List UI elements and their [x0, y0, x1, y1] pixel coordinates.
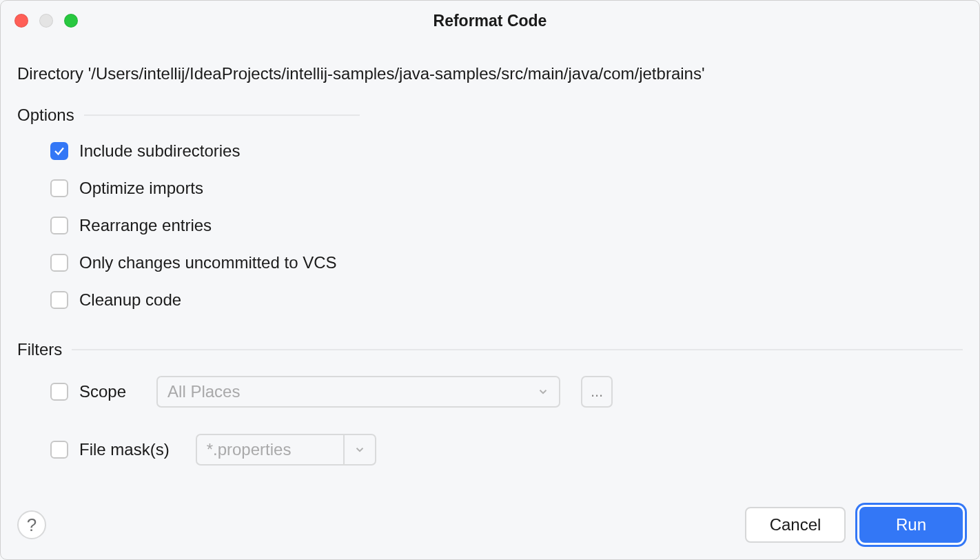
option-include-subdirectories[interactable]: Include subdirectories — [50, 141, 963, 161]
dialog-content: Directory '/Users/intellij/IdeaProjects/… — [1, 41, 979, 493]
filters-group: Scope All Places ... File mask(s) *.prop… — [17, 376, 963, 466]
dialog-footer: ? Cancel Run — [1, 493, 979, 559]
option-cleanup-code[interactable]: Cleanup code — [50, 290, 963, 310]
option-label: Only changes uncommitted to VCS — [79, 253, 337, 272]
help-button[interactable]: ? — [17, 510, 46, 539]
checkbox-vcs-uncommitted[interactable] — [50, 254, 68, 272]
options-section-header: Options — [17, 106, 963, 125]
options-title: Options — [17, 106, 74, 125]
filters-section-header: Filters — [17, 340, 963, 359]
window-title: Reformat Code — [1, 12, 979, 30]
filters-title: Filters — [17, 340, 62, 359]
checkbox-optimize-imports[interactable] — [50, 179, 68, 197]
checkbox-rearrange-entries[interactable] — [50, 217, 68, 234]
option-label: Rearrange entries — [79, 216, 212, 235]
cancel-button[interactable]: Cancel — [745, 507, 846, 543]
options-group: Include subdirectories Optimize imports … — [17, 141, 963, 310]
option-rearrange-entries[interactable]: Rearrange entries — [50, 216, 963, 235]
titlebar: Reformat Code — [1, 1, 979, 41]
filters-divider — [72, 349, 963, 350]
option-label: Cleanup code — [79, 290, 181, 310]
chevron-down-icon — [354, 443, 366, 456]
filemask-combo[interactable]: *.properties — [196, 434, 376, 466]
directory-path-label: Directory '/Users/intellij/IdeaProjects/… — [17, 64, 963, 83]
filemask-label: File mask(s) — [79, 440, 170, 459]
footer-buttons: Cancel Run — [745, 507, 963, 543]
scope-browse-button[interactable]: ... — [581, 376, 613, 408]
option-label: Include subdirectories — [79, 141, 240, 161]
chevron-down-icon — [537, 386, 549, 398]
checkbox-scope[interactable] — [50, 383, 68, 401]
checkbox-include-subdirectories[interactable] — [50, 142, 68, 160]
option-optimize-imports[interactable]: Optimize imports — [50, 179, 963, 198]
run-button[interactable]: Run — [859, 507, 963, 543]
options-divider — [84, 114, 360, 116]
checkbox-cleanup-code[interactable] — [50, 291, 68, 309]
option-vcs-uncommitted[interactable]: Only changes uncommitted to VCS — [50, 253, 963, 272]
checkbox-filemask[interactable] — [50, 441, 68, 459]
dialog-window: Reformat Code Directory '/Users/intellij… — [0, 0, 980, 560]
scope-label: Scope — [79, 382, 126, 401]
option-label: Optimize imports — [79, 179, 203, 198]
filter-filemask-row: File mask(s) *.properties — [50, 434, 963, 466]
filemask-input[interactable]: *.properties — [196, 434, 343, 466]
scope-selected-value: All Places — [167, 382, 240, 401]
filemask-dropdown-toggle[interactable] — [343, 434, 376, 466]
scope-dropdown[interactable]: All Places — [156, 376, 560, 408]
filter-scope-row: Scope All Places ... — [50, 376, 963, 408]
